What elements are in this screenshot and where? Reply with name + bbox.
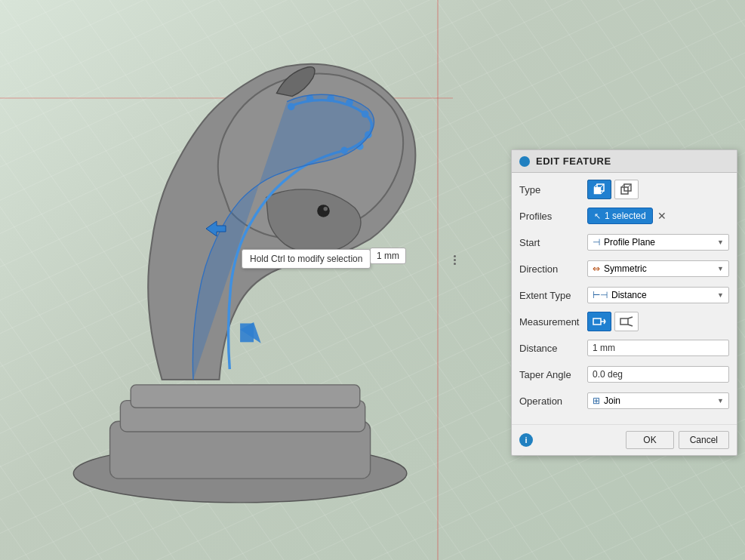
taper-angle-control — [587, 366, 729, 383]
direction-row: Direction ⇔ Symmetric ▼ — [519, 258, 729, 279]
dot-3 — [454, 263, 456, 265]
direction-dropdown[interactable]: ⇔ Symmetric ▼ — [587, 260, 729, 277]
selection-arrow — [200, 215, 227, 242]
measurement-control — [587, 312, 729, 331]
operation-dropdown-inner: ⊞ Join — [593, 395, 620, 406]
start-dropdown[interactable]: ⊣ Profile Plane ▼ — [587, 234, 729, 251]
extent-icon: ⊢⊣ — [593, 290, 608, 300]
start-value: Profile Plane — [604, 237, 655, 248]
ok-button[interactable]: OK — [626, 431, 673, 449]
chess-piece — [30, 15, 460, 536]
extent-type-label: Extent Type — [519, 290, 587, 301]
svg-marker-19 — [206, 221, 226, 236]
profiles-row: Profiles ↖ 1 selected ✕ — [519, 205, 729, 226]
extent-type-dropdown-inner: ⊢⊣ Distance — [593, 290, 647, 300]
direction-label: Direction — [519, 263, 587, 275]
panel-body: Type — [512, 173, 737, 423]
svg-line-34 — [628, 317, 633, 318]
measurement-btn-1[interactable] — [587, 312, 611, 331]
operation-control: ⊞ Join ▼ — [587, 392, 729, 409]
svg-rect-18 — [240, 323, 254, 342]
type-label: Type — [519, 184, 587, 195]
measurement-value: 1 mm — [377, 251, 399, 261]
svg-rect-33 — [620, 318, 628, 325]
svg-point-8 — [324, 207, 328, 211]
svg-rect-29 — [593, 318, 601, 325]
taper-angle-row: Taper Angle — [519, 364, 729, 385]
measurement-row: Measurement — [519, 311, 729, 332]
profiles-label: Profiles — [519, 211, 587, 222]
start-label: Start — [519, 237, 587, 248]
dot-2 — [454, 259, 456, 261]
extent-type-row: Extent Type ⊢⊣ Distance ▼ — [519, 285, 729, 306]
measurement-btn-2[interactable] — [614, 312, 639, 331]
svg-line-35 — [628, 325, 633, 326]
tooltip-text: Hold Ctrl to modify selection — [250, 254, 362, 264]
operation-icon: ⊞ — [593, 395, 600, 406]
viewport: Hold Ctrl to modify selection 1 mm EDIT … — [0, 0, 745, 560]
cursor-icon: ↖ — [594, 211, 601, 221]
svg-rect-6 — [131, 385, 360, 408]
tooltip-bubble: Hold Ctrl to modify selection — [242, 249, 371, 269]
distance-label: Distance — [519, 343, 587, 354]
direction-control: ⇔ Symmetric ▼ — [587, 260, 729, 277]
operation-dropdown-arrow: ▼ — [717, 397, 724, 405]
edit-feature-panel: EDIT FEATURE Type — [511, 149, 737, 456]
profiles-selected-btn[interactable]: ↖ 1 selected — [587, 208, 653, 224]
taper-angle-input[interactable] — [587, 366, 729, 383]
extent-type-control: ⊢⊣ Distance ▼ — [587, 287, 729, 303]
type-row: Type — [519, 179, 729, 200]
taper-angle-label: Taper Angle — [519, 369, 587, 380]
panel-header-icon — [519, 156, 530, 167]
distance-row: Distance — [519, 337, 729, 358]
direction-value: Symmetric — [604, 263, 647, 274]
extent-type-dropdown[interactable]: ⊢⊣ Distance ▼ — [587, 287, 729, 303]
info-button[interactable]: i — [519, 433, 533, 447]
panel-header: EDIT FEATURE — [512, 150, 737, 173]
operation-dropdown[interactable]: ⊞ Join ▼ — [587, 392, 729, 409]
panel-title: EDIT FEATURE — [536, 155, 611, 167]
start-row: Start ⊣ Profile Plane ▼ — [519, 232, 729, 253]
start-icon: ⊣ — [593, 237, 600, 248]
start-control: ⊣ Profile Plane ▼ — [587, 234, 729, 251]
extent-type-value: Distance — [611, 290, 647, 300]
profiles-control: ↖ 1 selected ✕ — [587, 208, 729, 224]
panel-footer: i OK Cancel — [512, 424, 737, 455]
type-control — [587, 180, 729, 199]
extent-type-dropdown-arrow: ▼ — [717, 291, 724, 299]
operation-row: Operation ⊞ Join ▼ — [519, 390, 729, 411]
dot-1 — [454, 255, 456, 257]
operation-value: Join — [604, 395, 620, 406]
svg-point-7 — [317, 205, 330, 217]
type-btn-2[interactable] — [614, 180, 639, 199]
start-dropdown-inner: ⊣ Profile Plane — [593, 237, 655, 248]
cancel-button[interactable]: Cancel — [679, 431, 729, 449]
direction-dropdown-inner: ⇔ Symmetric — [593, 263, 647, 274]
measurement-bubble: 1 mm — [370, 248, 406, 264]
operation-label: Operation — [519, 395, 587, 407]
type-btn-1[interactable] — [587, 180, 611, 199]
footer-buttons: OK Cancel — [626, 431, 729, 449]
drag-handle[interactable] — [454, 249, 456, 270]
direction-icon: ⇔ — [593, 263, 600, 274]
start-dropdown-arrow: ▼ — [717, 238, 724, 246]
profiles-selected-text: 1 selected — [605, 211, 646, 221]
profiles-clear-btn[interactable]: ✕ — [656, 210, 668, 222]
direction-dropdown-arrow: ▼ — [717, 265, 724, 272]
measurement-label: Measurement — [519, 316, 587, 328]
distance-input[interactable] — [587, 340, 729, 356]
distance-control — [587, 340, 729, 356]
